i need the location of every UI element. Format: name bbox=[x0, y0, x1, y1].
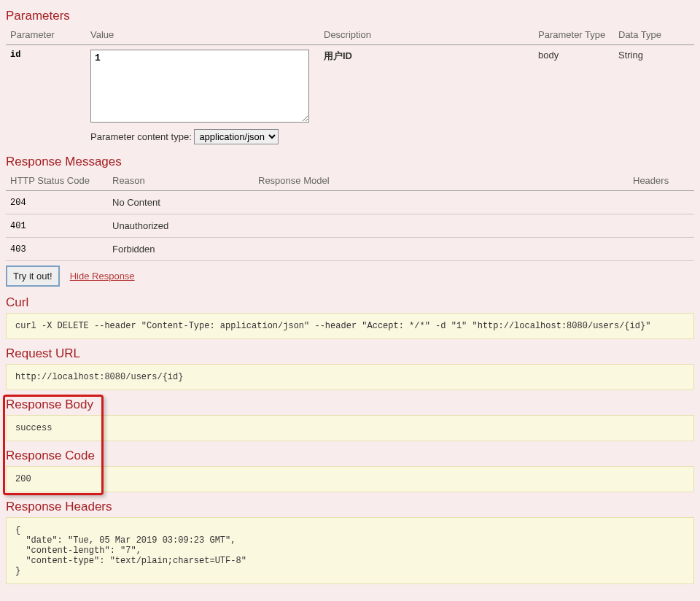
col-description: Description bbox=[319, 26, 534, 45]
hide-response-link[interactable]: Hide Response bbox=[70, 271, 135, 282]
param-value-cell: Parameter content type: application/json bbox=[86, 45, 319, 150]
try-it-out-button[interactable]: Try it out! bbox=[6, 265, 60, 287]
response-message-row: 401 Unauthorized bbox=[6, 214, 694, 238]
param-content-type-label: Parameter content type: bbox=[90, 131, 192, 142]
col-headers: Headers bbox=[629, 172, 694, 191]
param-name: id bbox=[6, 45, 86, 150]
parameter-row: id Parameter content type: application/j… bbox=[6, 45, 694, 150]
col-value: Value bbox=[86, 26, 319, 45]
response-body-block: success bbox=[6, 415, 694, 441]
status-code: 204 bbox=[6, 191, 108, 214]
response-code-heading: Response Code bbox=[6, 449, 694, 463]
param-content-type-select[interactable]: application/json bbox=[194, 129, 279, 144]
response-messages-table: HTTP Status Code Reason Response Model H… bbox=[6, 172, 694, 261]
status-reason: No Content bbox=[108, 191, 254, 214]
request-url-heading: Request URL bbox=[6, 346, 694, 361]
param-data-type: String bbox=[614, 45, 694, 150]
param-type: body bbox=[534, 45, 614, 150]
param-content-type-row: Parameter content type: application/json bbox=[90, 129, 315, 144]
param-value-input[interactable] bbox=[90, 50, 309, 123]
status-code: 401 bbox=[6, 214, 108, 238]
status-reason: Unauthorized bbox=[108, 214, 254, 238]
response-message-row: 204 No Content bbox=[6, 191, 694, 214]
curl-heading: Curl bbox=[6, 295, 694, 310]
col-parameter: Parameter bbox=[6, 26, 86, 45]
col-http-status: HTTP Status Code bbox=[6, 172, 108, 191]
col-response-model: Response Model bbox=[254, 172, 629, 191]
status-code: 403 bbox=[6, 238, 108, 261]
response-body-heading: Response Body bbox=[6, 398, 694, 412]
response-code-block: 200 bbox=[6, 466, 694, 492]
status-reason: Forbidden bbox=[108, 238, 254, 261]
param-description: 用户ID bbox=[319, 45, 534, 150]
col-parameter-type: Parameter Type bbox=[534, 26, 614, 45]
col-data-type: Data Type bbox=[614, 26, 694, 45]
parameters-heading: Parameters bbox=[6, 9, 694, 23]
col-reason: Reason bbox=[108, 172, 254, 191]
request-url-block: http://localhost:8080/users/{id} bbox=[6, 364, 694, 390]
response-message-row: 403 Forbidden bbox=[6, 238, 694, 261]
response-messages-heading: Response Messages bbox=[6, 155, 694, 169]
response-headers-heading: Response Headers bbox=[6, 500, 694, 514]
curl-block: curl -X DELETE --header "Content-Type: a… bbox=[6, 313, 694, 339]
parameters-table: Parameter Value Description Parameter Ty… bbox=[6, 26, 694, 149]
response-headers-block: { "date": "Tue, 05 Mar 2019 03:09:23 GMT… bbox=[6, 517, 694, 584]
